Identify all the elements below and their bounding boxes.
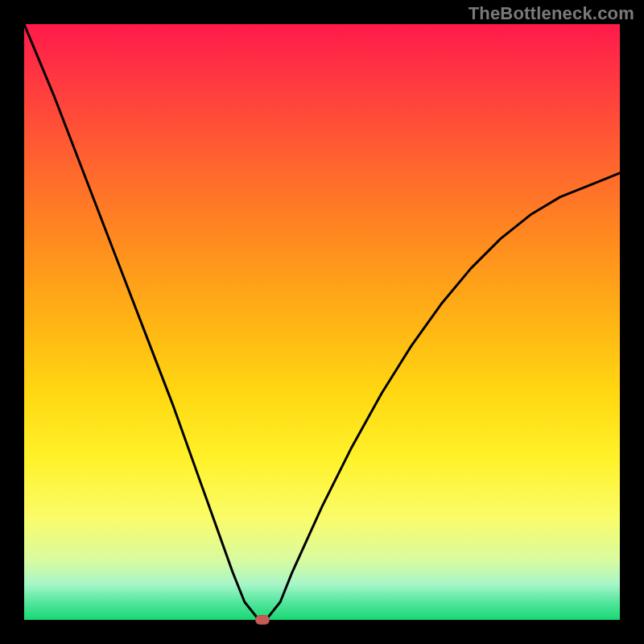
- optimal-point-marker: [255, 615, 270, 625]
- chart-frame: TheBottleneck.com: [0, 0, 644, 644]
- bottleneck-curve: [24, 24, 620, 620]
- plot-area: [24, 24, 620, 620]
- watermark-text: TheBottleneck.com: [469, 3, 634, 24]
